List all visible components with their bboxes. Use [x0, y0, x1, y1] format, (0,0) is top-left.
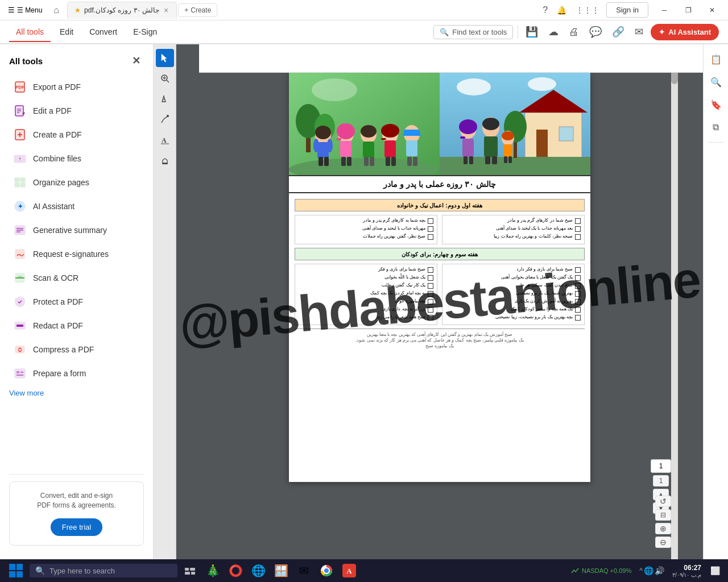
- ai-assistant-sidebar-icon: ✦: [14, 200, 26, 213]
- sidebar-item-combine[interactable]: Combine files: [5, 147, 148, 170]
- notifications-button[interactable]: 🔔: [555, 3, 569, 17]
- sidebar-item-export-pdf[interactable]: PDF Export a PDF: [5, 76, 148, 98]
- page-total: 1: [653, 475, 669, 487]
- main-layout: All tools ✕ PDF Export a PDF Edit a PDF …: [0, 44, 728, 559]
- start-button[interactable]: [5, 560, 27, 581]
- pdf-check-item: بچه بیاموزه خوب: [299, 298, 433, 305]
- home-button[interactable]: ⌂: [50, 3, 63, 18]
- page-number-input[interactable]: [651, 459, 671, 473]
- tray-arrow[interactable]: ^: [639, 567, 643, 575]
- svg-rect-93: [460, 136, 465, 139]
- sidebar-item-form[interactable]: Prepare a form: [5, 362, 148, 385]
- sidebar-item-compress[interactable]: Compress a PDF: [5, 338, 148, 361]
- stock-ticker[interactable]: NASDAQ +0.09%: [567, 566, 635, 575]
- esign-icon: [14, 248, 26, 260]
- print-button[interactable]: 🖨: [566, 23, 582, 41]
- system-clock[interactable]: 06:27 م.ب ۳/۰۹/۱۰: [669, 563, 705, 579]
- taskbar-icon-chrome[interactable]: [316, 560, 337, 581]
- svg-text:A: A: [346, 567, 352, 575]
- svg-rect-100: [485, 156, 490, 164]
- menubar-item-esign[interactable]: E-Sign: [126, 23, 164, 41]
- scrollbar-track[interactable]: [671, 44, 678, 559]
- zoom-tool[interactable]: [156, 69, 174, 88]
- zoom-out-button[interactable]: ⊖: [655, 537, 671, 548]
- volume-icon[interactable]: 🔊: [655, 566, 664, 575]
- email-button[interactable]: ✉: [632, 23, 646, 41]
- restore-button[interactable]: ❐: [677, 2, 700, 18]
- sidebar-item-ai-assistant[interactable]: ✦ AI Assistant: [5, 195, 148, 218]
- menubar-item-convert[interactable]: Convert: [82, 23, 124, 41]
- svg-rect-109: [9, 571, 15, 577]
- sidebar-close-button[interactable]: ✕: [129, 53, 144, 68]
- minimize-button[interactable]: ─: [653, 2, 676, 18]
- taskbar-icon-edge[interactable]: 🌐: [248, 560, 268, 581]
- active-tab[interactable]: ★ جالش ۳۰ روزه کودکان.pdf ×: [67, 2, 177, 19]
- upload-cloud-button[interactable]: ☁: [545, 23, 561, 41]
- export-pdf-label: Export a PDF: [33, 82, 81, 92]
- svg-rect-72: [384, 140, 396, 157]
- right-panel-divider: [708, 142, 724, 143]
- zoom-in-button[interactable]: ⊕: [655, 523, 671, 534]
- svg-rect-62: [341, 157, 346, 166]
- svg-rect-63: [347, 157, 351, 166]
- system-tray[interactable]: ^ 🌐 🔊: [637, 566, 667, 575]
- menubar-item-edit[interactable]: Edit: [53, 23, 80, 41]
- save-button[interactable]: 💾: [523, 23, 541, 41]
- link-button[interactable]: 🔗: [609, 23, 627, 41]
- sidebar-item-edit-pdf[interactable]: Edit a PDF: [5, 99, 148, 122]
- sidebar-item-organize[interactable]: Organize pages: [5, 171, 148, 194]
- pdf-check-item: بچه بهترین یک بار برو نصیحت، زیبا نصیحتی: [446, 314, 581, 321]
- pdf-content-area[interactable]: چالش ۳۰ روزه عملی با پدر و مادر هفته اول…: [176, 44, 703, 559]
- sign-in-button[interactable]: Sign in: [606, 2, 648, 18]
- right-panel-pages[interactable]: ⧉: [706, 117, 726, 138]
- tab-close-button[interactable]: ×: [163, 6, 169, 15]
- pdf-check-item: صبح شما برای بازی و فکر: [299, 267, 433, 273]
- taskbar-icon-cortana[interactable]: ⭕: [225, 560, 246, 581]
- taskbar-icon-fire[interactable]: 🎄: [202, 560, 223, 581]
- taskbar-icon-mail[interactable]: ✉: [293, 560, 314, 581]
- create-pdf-label: Create a PDF: [33, 130, 82, 139]
- sidebar-item-scan-ocr[interactable]: Scan & OCR: [5, 267, 148, 289]
- view-more-link[interactable]: View more: [0, 385, 153, 401]
- rotate-button[interactable]: ↺: [655, 496, 671, 507]
- notification-center[interactable]: ⬜: [707, 564, 723, 577]
- menubar-item-all-tools[interactable]: All tools: [9, 23, 51, 41]
- svg-rect-74: [391, 157, 396, 166]
- svg-rect-12: [14, 155, 20, 163]
- sidebar-item-redact[interactable]: Redact a PDF: [5, 314, 148, 337]
- ai-assistant-button[interactable]: ✦ AI Assistant: [651, 24, 719, 40]
- taskbar-icon-acrobat[interactable]: A: [339, 560, 359, 581]
- right-panel-thumbnails[interactable]: 📋: [706, 49, 726, 69]
- new-tab-button[interactable]: + Create: [178, 3, 217, 17]
- menu-button[interactable]: ☰ ☰ Menu: [5, 3, 46, 16]
- svg-rect-110: [16, 571, 23, 577]
- taskbar-icon-windows[interactable]: 🪟: [271, 560, 291, 581]
- pdf-image-right: [440, 73, 590, 175]
- comment-button[interactable]: 💬: [586, 23, 605, 41]
- help-button[interactable]: ?: [540, 3, 550, 18]
- right-panel-search[interactable]: 🔍: [706, 72, 726, 92]
- task-view-button[interactable]: [180, 560, 200, 581]
- sidebar-item-create-pdf[interactable]: Create a PDF: [5, 123, 148, 146]
- apps-grid-button[interactable]: ⋮⋮⋮: [573, 3, 602, 17]
- pen-tool[interactable]: [156, 110, 174, 128]
- menubar-right: 🔍 Find text or tools 💾 ☁ 🖨 💬 🔗 ✉ ✦ AI As…: [433, 23, 719, 41]
- right-panel-bookmark[interactable]: 🔖: [706, 94, 726, 115]
- marker-tool[interactable]: [156, 90, 174, 108]
- svg-rect-111: [185, 568, 189, 571]
- free-trial-button[interactable]: Free trial: [51, 518, 102, 536]
- select-tool[interactable]: [156, 49, 174, 67]
- sidebar-item-esignatures[interactable]: Request e-signatures: [5, 243, 148, 265]
- network-icon[interactable]: 🌐: [644, 566, 653, 575]
- taskbar-search[interactable]: 🔍 Type here to search: [30, 564, 177, 577]
- zoom-fit-button[interactable]: ⊟: [655, 509, 671, 521]
- sidebar-item-protect[interactable]: Protect a PDF: [5, 290, 148, 313]
- close-button[interactable]: ✕: [701, 2, 723, 18]
- text-tool[interactable]: A: [156, 131, 174, 149]
- titlebar-right: ? 🔔 ⋮⋮⋮ Sign in ─ ❐ ✕: [540, 2, 723, 18]
- find-tools-search[interactable]: 🔍 Find text or tools: [433, 25, 513, 39]
- pdf-week-header-2: هفته سوم و چهارم: برای کودکان: [295, 248, 585, 260]
- sidebar-item-gen-summary[interactable]: Generative summary: [5, 219, 148, 242]
- stamp-tool[interactable]: [156, 151, 174, 169]
- promo-text: Convert, edit and e-sign PDF forms & agr…: [19, 491, 134, 510]
